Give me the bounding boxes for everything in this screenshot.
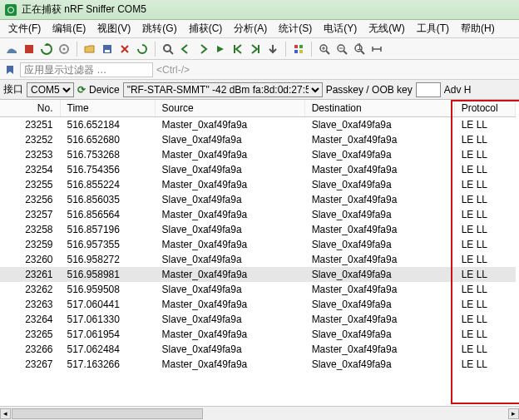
cell-no: 23256 [0,192,60,207]
cell-time: 516.958981 [60,267,155,282]
cell-no: 23261 [0,267,60,282]
menu-wireless[interactable]: 无线(W) [363,20,409,37]
find-icon[interactable] [161,42,175,56]
table-row[interactable]: 23256516.856035Slave_0xaf49fa9aMaster_0x… [0,192,516,207]
display-filter-input[interactable] [20,62,153,77]
device-select[interactable]: "RF-STAR-SMMT" -42 dBm fa:8d:0d:27:50 [123,82,323,97]
col-destination[interactable]: Destination [304,100,454,117]
menu-capture[interactable]: 捕获(C) [184,20,228,37]
cell-destination: Slave_0xaf49fa9a [304,297,454,312]
restart-icon[interactable] [40,42,53,56]
table-row[interactable]: 23267517.163266Master_0xaf49fa9aSlave_0x… [0,357,516,372]
menu-telephony[interactable]: 电话(Y) [319,20,362,37]
cell-protocol: LE LL [454,132,515,147]
cell-source: Slave_0xaf49fa9a [155,312,304,327]
table-row[interactable]: 23251516.652184Master_0xaf49fa9aSlave_0x… [0,117,516,133]
filter-hint: <Ctrl-/> [156,64,190,76]
col-protocol[interactable]: Protocol [454,100,515,117]
cell-destination: Master_0xaf49fa9a [304,162,454,177]
cell-destination: Slave_0xaf49fa9a [304,267,454,282]
device-label: Device [89,84,120,96]
cell-source: Master_0xaf49fa9a [155,147,304,162]
cell-no: 23267 [0,357,60,372]
menu-tools[interactable]: 工具(T) [412,20,454,37]
scroll-right-icon[interactable]: ▸ [508,408,519,419]
cell-protocol: LE LL [454,357,515,372]
menu-edit[interactable]: 编辑(E) [47,20,91,37]
col-time[interactable]: Time [60,100,155,117]
menu-analyze[interactable]: 分析(A) [229,20,272,37]
table-row[interactable]: 23265517.061954Master_0xaf49fa9aSlave_0x… [0,327,516,342]
device-bar: 接口 COM5 ⟳ Device "RF-STAR-SMMT" -42 dBm … [0,80,519,100]
svg-rect-8 [299,45,303,48]
cell-destination: Slave_0xaf49fa9a [304,117,454,133]
table-row[interactable]: 23252516.652680Slave_0xaf49fa9aMaster_0x… [0,132,516,147]
table-row[interactable]: 23266517.062484Slave_0xaf49fa9aMaster_0x… [0,342,516,357]
cell-source: Slave_0xaf49fa9a [155,252,304,267]
cell-no: 23258 [0,222,60,237]
cell-no: 23263 [0,297,60,312]
table-row[interactable]: 23258516.857196Slave_0xaf49fa9aMaster_0x… [0,222,516,237]
cell-no: 23257 [0,207,60,222]
col-no[interactable]: No. [0,100,60,117]
zoom-out-icon[interactable] [335,42,348,56]
zoom-reset-icon[interactable]: 1 [353,42,366,56]
scroll-left-icon[interactable]: ◂ [0,408,11,419]
table-row[interactable]: 23261516.958981Master_0xaf49fa9aSlave_0x… [0,267,516,282]
col-source[interactable]: Source [155,100,304,117]
cell-destination: Slave_0xaf49fa9a [304,237,454,252]
cell-time: 517.060441 [60,297,155,312]
refresh-arrows-icon[interactable]: ⟳ [77,84,86,96]
cell-no: 23251 [0,117,60,133]
toolbar: 1 [0,38,519,60]
first-icon[interactable] [231,42,245,56]
cell-source: Master_0xaf49fa9a [155,117,304,133]
scroll-thumb[interactable] [12,408,203,419]
menu-file[interactable]: 文件(F) [3,20,46,37]
table-row[interactable]: 23253516.753268Master_0xaf49fa9aSlave_0x… [0,147,516,162]
bookmark-icon[interactable] [3,63,17,77]
close-icon[interactable] [118,42,131,56]
table-row[interactable]: 23264517.061330Slave_0xaf49fa9aMaster_0x… [0,312,516,327]
stop-icon[interactable] [22,42,36,56]
svg-rect-4 [105,50,110,52]
cell-protocol: LE LL [454,297,515,312]
cell-source: Slave_0xaf49fa9a [155,132,304,147]
last-icon[interactable] [249,42,262,56]
menu-view[interactable]: 视图(V) [92,20,136,37]
goto-packet-icon[interactable] [214,42,227,56]
open-icon[interactable] [83,42,96,56]
table-row[interactable]: 23254516.754356Slave_0xaf49fa9aMaster_0x… [0,162,516,177]
interface-label: 接口 [3,82,23,96]
reload-icon[interactable] [136,42,149,56]
table-row[interactable]: 23255516.855224Master_0xaf49fa9aSlave_0x… [0,177,516,192]
autoscroll-icon[interactable] [266,42,279,56]
table-row[interactable]: 23257516.856564Master_0xaf49fa9aSlave_0x… [0,207,516,222]
cell-destination: Master_0xaf49fa9a [304,192,454,207]
interface-select[interactable]: COM5 [27,82,74,97]
passkey-input[interactable] [416,82,441,97]
next-icon[interactable] [196,42,210,56]
resize-columns-icon[interactable] [370,42,383,56]
menu-help[interactable]: 帮助(H) [456,20,500,37]
menu-stats[interactable]: 统计(S) [274,20,317,37]
options-icon[interactable] [57,42,71,56]
table-row[interactable]: 23260516.958272Slave_0xaf49fa9aMaster_0x… [0,252,516,267]
colorize-icon[interactable] [292,42,305,56]
zoom-in-icon[interactable] [318,42,331,56]
cell-protocol: LE LL [454,342,515,357]
menu-goto[interactable]: 跳转(G) [137,20,181,37]
cell-destination: Master_0xaf49fa9a [304,132,454,147]
prev-icon[interactable] [179,42,192,56]
shark-fin-icon[interactable] [5,42,18,56]
horizontal-scrollbar[interactable]: ◂ ▸ [0,406,519,420]
table-row[interactable]: 23259516.957355Master_0xaf49fa9aSlave_0x… [0,237,516,252]
cell-no: 23264 [0,312,60,327]
table-row[interactable]: 23262516.959508Slave_0xaf49fa9aMaster_0x… [0,282,516,297]
save-icon[interactable] [101,42,114,56]
cell-time: 516.855224 [60,177,155,192]
cell-time: 516.958272 [60,252,155,267]
packet-list[interactable]: No. Time Source Destination Protocol 232… [0,100,519,406]
cell-source: Master_0xaf49fa9a [155,177,304,192]
table-row[interactable]: 23263517.060441Master_0xaf49fa9aSlave_0x… [0,297,516,312]
